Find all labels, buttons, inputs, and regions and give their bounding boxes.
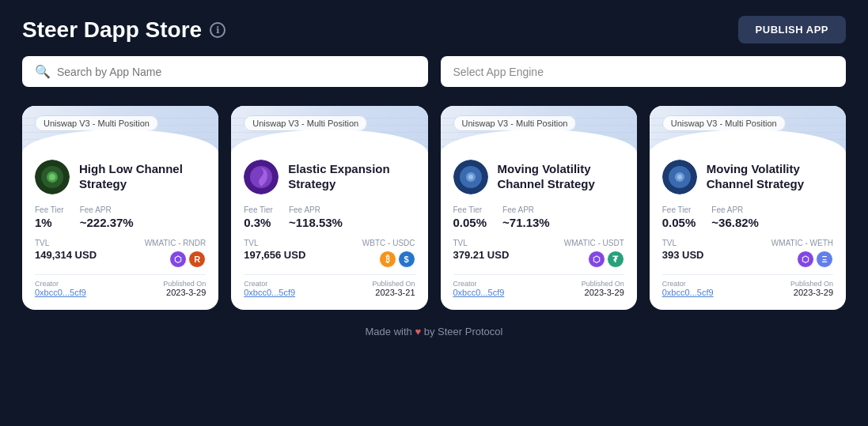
pair-group: WMATIC - RNDR ⬡R	[145, 239, 207, 268]
fee-tier-value: 1%	[35, 216, 64, 229]
title-section: Steer Dapp Store ℹ	[22, 17, 226, 43]
fee-apr-label: Fee APR	[711, 205, 759, 214]
fee-tier-value: 0.3%	[244, 216, 273, 229]
card-title: Moving Volatility Channel Strategy	[498, 162, 624, 192]
fee-tier-label: Fee Tier	[35, 205, 64, 214]
card-title-row: Moving Volatility Channel Strategy	[662, 160, 833, 194]
card-icon	[244, 160, 279, 194]
fee-tier-label: Fee Tier	[244, 205, 273, 214]
svg-point-9	[468, 175, 473, 179]
svg-point-3	[49, 174, 55, 180]
card-footer: Creator 0xbcc0...5cf9 Published On 2023-…	[244, 274, 415, 297]
card-bottom: TVL 149,314 USD WMATIC - RNDR ⬡R	[35, 239, 206, 268]
card-wave: Uniswap V3 - Multi Position	[650, 106, 846, 153]
pair-group: WMATIC - USDT ⬡₮	[564, 239, 624, 268]
app-title: Steer Dapp Store	[22, 17, 202, 43]
svg-point-13	[677, 175, 682, 179]
card-badge: Uniswap V3 - Multi Position	[662, 115, 786, 131]
card-icon	[662, 160, 697, 194]
creator-label: Creator	[453, 280, 505, 288]
search-app-box: 🔍	[22, 56, 428, 87]
creator-group: Creator 0xbcc0...5cf9	[662, 280, 714, 297]
creator-group: Creator 0xbcc0...5cf9	[244, 280, 295, 297]
card-1[interactable]: Uniswap V3 - Multi Position Elastic Expa…	[231, 106, 427, 310]
creator-group: Creator 0xbcc0...5cf9	[453, 280, 505, 297]
fee-apr-group: Fee APR ~118.53%	[289, 205, 343, 229]
token-icons: ⬡Ξ	[797, 251, 833, 268]
badge-row: Uniswap V3 - Multi Position	[662, 115, 786, 130]
card-icon	[35, 160, 70, 194]
pair-group: WMATIC - WETH ⬡Ξ	[771, 239, 833, 268]
tvl-label: TVL	[662, 239, 704, 247]
fee-apr-group: Fee APR ~71.13%	[502, 205, 550, 229]
published-label: Published On	[372, 280, 415, 288]
card-badge: Uniswap V3 - Multi Position	[244, 115, 367, 131]
published-group: Published On 2023-3-29	[163, 280, 206, 297]
card-2[interactable]: Uniswap V3 - Multi Position Moving Volat…	[441, 106, 637, 310]
fee-apr-value: ~36.82%	[711, 216, 759, 229]
published-label: Published On	[163, 280, 206, 288]
creator-address[interactable]: 0xbcc0...5cf9	[35, 288, 86, 297]
creator-address[interactable]: 0xbcc0...5cf9	[453, 288, 505, 297]
tvl-group: TVL 379.21 USD	[453, 239, 510, 261]
tvl-group: TVL 149,314 USD	[35, 239, 97, 261]
search-icon: 🔍	[35, 64, 51, 79]
creator-label: Creator	[662, 280, 714, 288]
header: Steer Dapp Store ℹ PUBLISH APP	[0, 0, 868, 56]
published-group: Published On 2023-3-29	[582, 280, 624, 297]
engine-select[interactable]: Select App Engine	[441, 56, 847, 87]
fee-apr-group: Fee APR ~36.82%	[711, 205, 759, 229]
heart-icon: ♥	[415, 326, 421, 337]
card-icon	[453, 160, 488, 194]
fee-apr-value: ~118.53%	[289, 216, 343, 229]
card-stats: Fee Tier 0.05% Fee APR ~71.13%	[453, 205, 624, 229]
fee-tier-group: Fee Tier 1%	[35, 205, 64, 229]
pair-label: WMATIC - WETH	[771, 239, 833, 247]
info-icon[interactable]: ℹ	[210, 22, 226, 38]
creator-group: Creator 0xbcc0...5cf9	[35, 280, 86, 297]
card-badge: Uniswap V3 - Multi Position	[35, 115, 158, 131]
card-footer: Creator 0xbcc0...5cf9 Published On 2023-…	[35, 274, 206, 297]
tvl-group: TVL 197,656 USD	[244, 239, 305, 261]
published-date: 2023-3-29	[794, 288, 833, 297]
published-date: 2023-3-29	[166, 288, 206, 297]
card-body: Moving Volatility Channel Strategy Fee T…	[441, 153, 637, 310]
fee-tier-group: Fee Tier 0.3%	[244, 205, 273, 229]
footer-made-with: Made with	[366, 326, 412, 337]
tvl-value: 379.21 USD	[453, 249, 510, 261]
creator-address[interactable]: 0xbcc0...5cf9	[662, 288, 714, 297]
engine-placeholder: Select App Engine	[453, 66, 544, 78]
creator-address[interactable]: 0xbcc0...5cf9	[244, 288, 295, 297]
token-icons: ⬡₮	[588, 251, 624, 268]
creator-label: Creator	[35, 280, 86, 288]
card-wave: Uniswap V3 - Multi Position	[441, 106, 637, 153]
card-title: Elastic Expansion Strategy	[288, 162, 415, 192]
fee-apr-label: Fee APR	[80, 205, 134, 214]
tvl-label: TVL	[453, 239, 510, 247]
fee-apr-value: ~222.37%	[80, 216, 134, 229]
tvl-label: TVL	[244, 239, 305, 247]
card-bottom: TVL 379.21 USD WMATIC - USDT ⬡₮	[453, 239, 624, 268]
card-0[interactable]: Uniswap V3 - Multi Position High Low Cha…	[22, 106, 218, 310]
card-bottom: TVL 393 USD WMATIC - WETH ⬡Ξ	[662, 239, 833, 268]
search-row: 🔍 Select App Engine	[0, 56, 868, 106]
fee-tier-group: Fee Tier 0.05%	[453, 205, 487, 229]
card-title: Moving Volatility Channel Strategy	[707, 162, 833, 192]
tvl-label: TVL	[35, 239, 97, 247]
published-group: Published On 2023-3-21	[372, 280, 415, 297]
card-title: High Low Channel Strategy	[79, 162, 206, 192]
fee-apr-label: Fee APR	[502, 205, 550, 214]
fee-tier-label: Fee Tier	[662, 205, 696, 214]
card-footer: Creator 0xbcc0...5cf9 Published On 2023-…	[662, 274, 833, 297]
fee-tier-value: 0.05%	[662, 216, 696, 229]
footer-by: by Steer Protocol	[424, 326, 503, 337]
search-input[interactable]	[57, 66, 415, 78]
card-3[interactable]: Uniswap V3 - Multi Position Moving Volat…	[650, 106, 846, 310]
tvl-value: 149,314 USD	[35, 249, 97, 261]
card-footer: Creator 0xbcc0...5cf9 Published On 2023-…	[453, 274, 624, 297]
badge-row: Uniswap V3 - Multi Position	[244, 115, 367, 130]
published-date: 2023-3-29	[585, 288, 624, 297]
token-icons: ⬡R	[169, 251, 206, 268]
card-body: High Low Channel Strategy Fee Tier 1% Fe…	[22, 153, 218, 310]
publish-button[interactable]: PUBLISH APP	[738, 16, 846, 43]
